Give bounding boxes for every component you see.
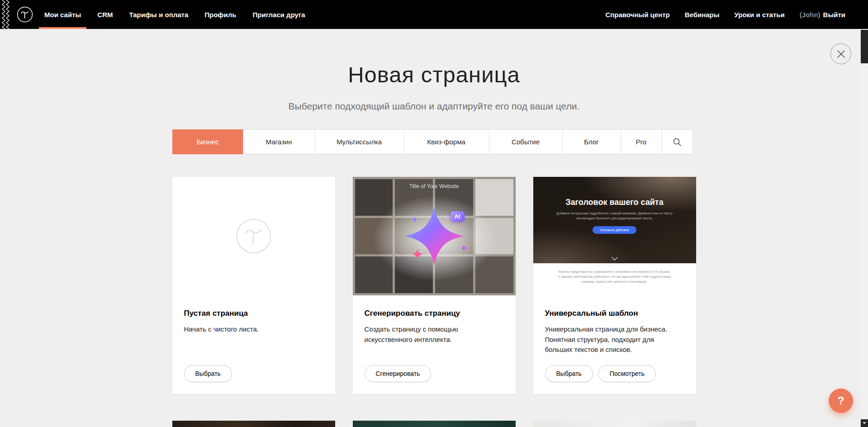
- nav-item-webinars[interactable]: Вебинары: [685, 0, 720, 29]
- choose-button[interactable]: Выбрать: [184, 365, 232, 382]
- preview-subtext: Добавьте интересные подробности о вашей …: [556, 211, 673, 221]
- card-actions: Сгенерировать: [365, 365, 504, 382]
- preview-heading: Заголовок вашего сайта: [533, 198, 696, 207]
- tab-search[interactable]: [662, 129, 693, 154]
- template-category-tabs: Бизнес Магазин Мультиссылка Квиз-форма С…: [172, 129, 696, 154]
- user-name: (John): [800, 11, 821, 19]
- card-body: Сгенерировать страницу Создать страницу …: [353, 295, 516, 394]
- tab-event[interactable]: Событие: [489, 129, 563, 154]
- universal-preview-hero: Заголовок вашего сайта Добавьте интересн…: [533, 177, 696, 263]
- zigzag-pattern-icon: [0, 0, 12, 29]
- universal-preview-body: Коротко представьтесь и расскажите о ком…: [533, 263, 696, 295]
- partial-preview: [353, 421, 516, 427]
- top-navbar: Мои сайты CRM Тарифы и оплата Профиль Пр…: [0, 0, 868, 29]
- generate-button[interactable]: Сгенерировать: [365, 365, 432, 382]
- close-button[interactable]: [830, 43, 851, 64]
- nav-item-pricing[interactable]: Тарифы и оплата: [129, 0, 188, 29]
- card-actions: Выбрать Посмотреть: [545, 365, 684, 382]
- page-subtitle: Выберите подходящий шаблон и адаптируйте…: [0, 101, 868, 112]
- search-icon: [673, 138, 682, 147]
- card-ai-generate: Title of Your Website: [353, 177, 516, 394]
- card-title: Универсальный шаблон: [545, 309, 684, 318]
- card-body: Пустая страница Начать с чистого листа. …: [172, 295, 335, 394]
- ai-badge: AI: [451, 211, 465, 222]
- nav-item-help-center[interactable]: Справочный центр: [605, 0, 669, 29]
- scrollbar-down-button[interactable]: [861, 419, 868, 427]
- card-title: Пустая страница: [184, 309, 323, 318]
- partial-preview: [172, 421, 335, 427]
- preview-cta-button: Основное действие: [593, 226, 636, 234]
- sparkle-small-icon: [411, 248, 424, 261]
- card-description: Создать страницу с помощью искусственног…: [365, 324, 487, 345]
- choose-button[interactable]: Выбрать: [545, 365, 593, 382]
- tab-pro[interactable]: Pro: [621, 129, 662, 154]
- sparkle-small-icon: [460, 244, 468, 252]
- blank-page-preview: [172, 177, 335, 295]
- card-partial-3[interactable]: [533, 421, 696, 427]
- card-description: Универсальная страница для бизнеса. Поня…: [545, 324, 668, 355]
- ai-preview: Title of Your Website: [353, 177, 516, 295]
- card-title: Сгенерировать страницу: [365, 309, 504, 318]
- scrollbar-thumb[interactable]: [861, 30, 868, 63]
- template-grid: Пустая страница Начать с чистого листа. …: [172, 177, 696, 427]
- card-actions: Выбрать: [184, 365, 323, 382]
- navbar-left-menu: Мои сайты CRM Тарифы и оплата Профиль Пр…: [44, 0, 305, 29]
- help-button[interactable]: ?: [829, 389, 853, 413]
- tab-store[interactable]: Магазин: [243, 129, 315, 154]
- tab-business[interactable]: Бизнес: [172, 129, 243, 154]
- logout-link[interactable]: Выйти: [823, 11, 845, 19]
- ai-preview-title: Title of Your Website: [353, 183, 516, 190]
- tilda-logo[interactable]: [12, 0, 38, 29]
- tab-blog[interactable]: Блог: [562, 129, 621, 154]
- card-universal-template: Заголовок вашего сайта Добавьте интересн…: [533, 177, 696, 394]
- tilda-watermark-icon: [234, 217, 273, 256]
- card-blank-page: Пустая страница Начать с чистого листа. …: [172, 177, 335, 394]
- card-partial-1[interactable]: [172, 421, 335, 427]
- sparkle-small-icon: [411, 216, 418, 223]
- user-box: (John) Выйти: [800, 0, 845, 29]
- chevron-down-icon: [612, 257, 618, 261]
- tab-quiz-form[interactable]: Квиз-форма: [403, 129, 489, 154]
- page-title: Новая страница: [0, 62, 868, 87]
- card-description: Начать с чистого листа.: [184, 324, 307, 335]
- nav-item-profile[interactable]: Профиль: [204, 0, 236, 29]
- tab-multilink[interactable]: Мультиссылка: [315, 129, 404, 154]
- view-button[interactable]: Посмотреть: [598, 365, 656, 382]
- vertical-scrollbar: [861, 29, 868, 427]
- nav-item-lessons[interactable]: Уроки и статьи: [735, 0, 785, 29]
- card-body: Универсальный шаблон Универсальная стран…: [533, 295, 696, 394]
- card-partial-2[interactable]: [353, 421, 516, 427]
- nav-item-my-sites[interactable]: Мои сайты: [44, 0, 81, 29]
- partial-preview: [533, 421, 696, 427]
- universal-preview: Заголовок вашего сайта Добавьте интересн…: [533, 177, 696, 295]
- nav-item-invite-friend[interactable]: Пригласи друга: [252, 0, 305, 29]
- preview-paragraph: Коротко представьтесь и расскажите о ком…: [558, 270, 672, 285]
- nav-item-crm[interactable]: CRM: [97, 0, 113, 29]
- navbar-right-menu: Справочный центр Вебинары Уроки и статьи…: [605, 0, 845, 29]
- new-page-dialog: Новая страница Выберите подходящий шабло…: [0, 62, 868, 427]
- close-icon: [837, 50, 845, 58]
